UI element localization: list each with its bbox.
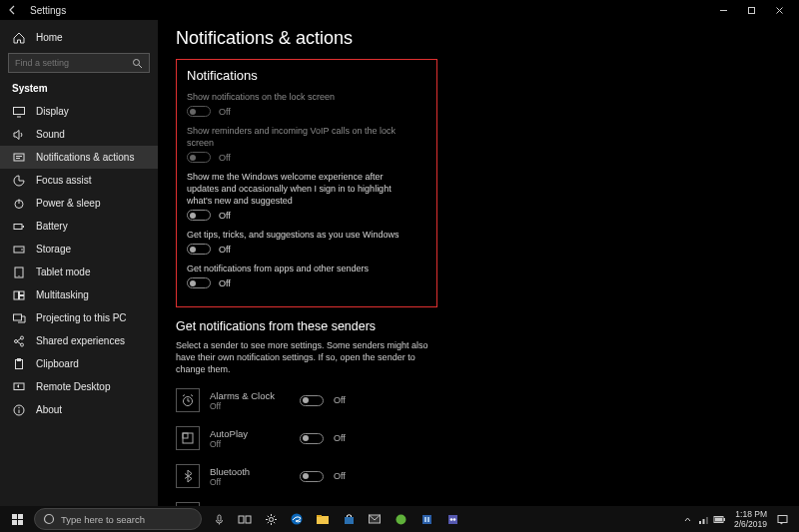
svg-rect-64 — [699, 521, 701, 524]
sidebar-item-label: About — [36, 404, 62, 415]
sidebar-item-project[interactable]: Projecting to this PC — [0, 306, 158, 329]
sender-alarms[interactable]: Alarms & Clock Off Off — [176, 385, 775, 415]
sidebar-item-label: Focus assist — [36, 175, 92, 186]
toggle-state: Off — [334, 433, 346, 443]
svg-rect-66 — [706, 517, 708, 524]
setting-label: Show reminders and incoming VoIP calls o… — [187, 125, 416, 149]
toggle-sender-autoplay[interactable] — [300, 433, 324, 444]
toggle-lockscreen-voip[interactable] — [187, 152, 211, 163]
svg-rect-4 — [14, 107, 25, 114]
highlight-box: Notifications Show notifications on the … — [176, 59, 437, 307]
sidebar-item-storage[interactable]: Storage — [0, 238, 158, 261]
toggle-sender-bluetooth[interactable] — [300, 471, 324, 482]
taskbar-settings[interactable] — [258, 506, 284, 532]
taskbar-edge[interactable] — [284, 506, 310, 532]
taskbar-explorer[interactable] — [310, 506, 336, 532]
svg-point-23 — [21, 343, 24, 346]
svg-rect-60 — [427, 517, 429, 522]
clock-date: 2/6/2019 — [734, 519, 767, 529]
main-content: Notifications & actions Notifications Sh… — [158, 20, 799, 506]
sidebar-item-clipboard[interactable]: Clipboard — [0, 352, 158, 375]
action-center-button[interactable] — [773, 510, 791, 528]
sidebar-item-notifications[interactable]: Notifications & actions — [0, 146, 158, 169]
senders-help: Select a sender to see more settings. So… — [176, 339, 435, 375]
sidebar-item-focus[interactable]: Focus assist — [0, 169, 158, 192]
taskbar-app-green[interactable] — [388, 506, 413, 532]
taskbar-mail[interactable] — [362, 506, 388, 532]
sidebar-item-display[interactable]: Display — [0, 100, 158, 123]
clipboard-icon — [12, 357, 26, 371]
svg-point-51 — [269, 517, 273, 521]
sidebar-home[interactable]: Home — [0, 26, 158, 49]
taskbar-store[interactable] — [336, 506, 362, 532]
toggle-lockscreen-notif[interactable] — [187, 106, 211, 117]
sidebar-item-label: Battery — [36, 221, 68, 232]
svg-point-28 — [18, 406, 19, 407]
svg-rect-53 — [317, 516, 329, 524]
sidebar-item-remote[interactable]: Remote Desktop — [0, 375, 158, 398]
back-button[interactable] — [6, 3, 20, 17]
svg-rect-43 — [18, 514, 23, 519]
close-button[interactable] — [765, 0, 793, 20]
toggle-apps[interactable] — [187, 277, 211, 288]
setting-label: Show notifications on the lock screen — [187, 91, 416, 103]
svg-rect-49 — [239, 516, 244, 523]
svg-point-2 — [134, 59, 140, 65]
sidebar-item-label: Remote Desktop — [36, 381, 110, 392]
svg-point-63 — [452, 518, 455, 521]
sidebar-item-power[interactable]: Power & sleep — [0, 192, 158, 215]
taskbar-app-purple[interactable] — [439, 506, 465, 532]
display-icon — [12, 105, 26, 119]
sender-bluetooth[interactable]: Bluetooth Off Off — [176, 461, 775, 491]
toggle-welcome[interactable] — [187, 210, 211, 221]
taskbar-mic[interactable] — [206, 506, 232, 532]
svg-rect-44 — [12, 520, 17, 525]
setting-label: Show me the Windows welcome experience a… — [187, 171, 416, 207]
sidebar-item-tablet[interactable]: Tablet mode — [0, 261, 158, 283]
maximize-button[interactable] — [737, 0, 765, 20]
svg-rect-65 — [703, 519, 705, 524]
taskbar-app-blue[interactable] — [413, 506, 439, 532]
start-button[interactable] — [4, 506, 30, 532]
svg-point-62 — [449, 518, 452, 521]
sidebar-search-input[interactable] — [15, 58, 132, 68]
sidebar-item-label: Display — [36, 106, 69, 117]
svg-point-16 — [18, 274, 19, 275]
taskbar-search[interactable]: Type here to search — [34, 508, 202, 530]
storage-icon — [12, 243, 26, 257]
cortana-circle-icon — [43, 513, 55, 525]
taskbar-clock[interactable]: 1:18 PM 2/6/2019 — [734, 509, 767, 529]
sidebar-search[interactable] — [8, 53, 150, 73]
tray-network-icon[interactable] — [696, 506, 712, 532]
taskbar-search-placeholder: Type here to search — [61, 514, 145, 525]
sender-calendar[interactable]: Calendar Off Off — [176, 499, 775, 506]
bluetooth-icon — [176, 464, 200, 488]
sidebar-item-battery[interactable]: Battery — [0, 215, 158, 238]
svg-line-3 — [139, 65, 142, 68]
svg-rect-42 — [12, 514, 17, 519]
sidebar-item-sound[interactable]: Sound — [0, 123, 158, 146]
svg-point-21 — [15, 339, 18, 342]
svg-rect-17 — [14, 291, 19, 299]
svg-rect-54 — [317, 515, 322, 517]
sidebar-item-label: Shared experiences — [36, 335, 125, 346]
multitask-icon — [12, 288, 26, 302]
tablet-icon — [12, 266, 26, 279]
minimize-button[interactable] — [709, 0, 737, 20]
svg-rect-70 — [778, 515, 787, 522]
sidebar-item-label: Clipboard — [36, 358, 79, 369]
taskbar-taskview[interactable] — [232, 506, 258, 532]
tray-battery-icon[interactable] — [712, 506, 728, 532]
toggle-state: Off — [219, 245, 231, 255]
sidebar-nav-list: Display Sound Notifications & actions Fo… — [0, 100, 158, 506]
sidebar-item-shared[interactable]: Shared experiences — [0, 329, 158, 352]
tray-chevron[interactable] — [680, 506, 696, 532]
sound-icon — [12, 128, 26, 142]
toggle-tips[interactable] — [187, 244, 211, 255]
sidebar-item-multitask[interactable]: Multitasking — [0, 283, 158, 306]
sender-autoplay[interactable]: AutoPlay Off Off — [176, 423, 775, 453]
sidebar-item-about[interactable]: About — [0, 398, 158, 421]
svg-rect-55 — [345, 517, 354, 524]
page-title: Notifications & actions — [176, 28, 775, 49]
toggle-sender-alarms[interactable] — [300, 395, 324, 406]
